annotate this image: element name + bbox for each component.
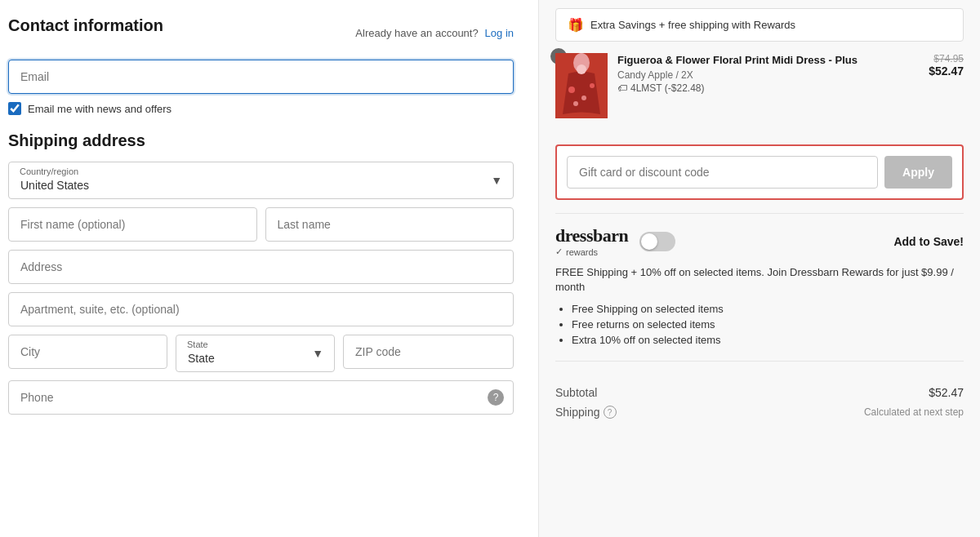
svg-point-5 [590, 83, 595, 88]
name-row [8, 207, 514, 250]
rewards-list-item: Extra 10% off on selected items [572, 334, 964, 346]
shipping-value: Calculated at next step [864, 406, 964, 418]
rewards-section: dressbarn ✓ rewards Add to Save! FREE Sh… [555, 213, 964, 362]
product-image [555, 53, 608, 118]
city-group [8, 335, 167, 372]
state-group: State State ▼ [176, 335, 335, 372]
shipping-help-icon[interactable]: ? [604, 406, 617, 419]
first-name-group [8, 207, 257, 242]
email-opt-in-row: Email me with news and offers [8, 102, 514, 115]
first-name-input[interactable] [8, 207, 257, 242]
product-sale-price: $52.47 [929, 64, 964, 78]
discount-row: Apply [567, 156, 952, 189]
shipping-label: Shipping ? [555, 406, 617, 419]
tag-icon: 🏷 [617, 82, 627, 94]
svg-point-6 [573, 101, 578, 106]
contact-header: Contact information [8, 16, 163, 35]
product-variant: Candy Apple / 2X [617, 69, 919, 81]
product-image-wrapper: 1 [555, 53, 608, 118]
rewards-list: Free Shipping on selected items Free ret… [555, 303, 964, 346]
product-details: Figueroa & Flower Floral Print Midi Dres… [617, 53, 919, 94]
last-name-group [265, 207, 514, 242]
product-row: 1 Figueroa [555, 53, 964, 131]
country-select[interactable]: United States [8, 162, 514, 199]
phone-input[interactable] [8, 380, 514, 415]
zip-group [343, 335, 514, 372]
product-discount-row: 🏷 4LMST (-$22.48) [617, 82, 919, 94]
email-input[interactable] [8, 60, 514, 94]
dressbarn-sub-text: rewards [566, 247, 598, 257]
discount-code-input[interactable] [567, 156, 878, 189]
rewards-list-item: Free returns on selected items [572, 318, 964, 331]
address-input[interactable] [8, 250, 514, 284]
country-select-wrapper: Country/region United States ▼ [8, 162, 514, 199]
apartment-input[interactable] [8, 292, 514, 326]
checkmark-icon: ✓ [555, 246, 563, 257]
shipping-header: Shipping address [8, 131, 514, 150]
toggle-knob [641, 233, 657, 250]
apply-button[interactable]: Apply [884, 156, 952, 189]
email-optin-checkbox[interactable] [8, 102, 21, 115]
subtotal-row: Subtotal $52.47 [555, 386, 964, 399]
right-panel: 🎁 Extra Savings + free shipping with Rew… [539, 0, 980, 537]
phone-help-icon[interactable]: ? [488, 389, 504, 406]
rewards-list-item: Free Shipping on selected items [572, 303, 964, 315]
product-name: Figueroa & Flower Floral Print Midi Dres… [617, 53, 919, 68]
already-account-text: Already have an account? Log in [355, 26, 514, 39]
shipping-address-section: Shipping address Country/region United S… [8, 131, 514, 415]
totals-section: Subtotal $52.47 Shipping ? Calculated at… [555, 375, 964, 419]
rewards-banner: 🎁 Extra Savings + free shipping with Rew… [555, 8, 964, 42]
svg-point-2 [577, 64, 586, 74]
product-original-price: $74.95 [929, 53, 964, 64]
city-input[interactable] [8, 335, 167, 369]
svg-point-4 [581, 95, 586, 100]
subtotal-value: $52.47 [929, 386, 964, 399]
last-name-input[interactable] [265, 207, 514, 242]
address-group [8, 250, 514, 284]
product-discount-code: 4LMST (-$22.48) [630, 82, 705, 94]
phone-group: ? [8, 380, 514, 415]
email-field-group [8, 60, 514, 94]
subtotal-label: Subtotal [555, 386, 597, 399]
country-field-group: Country/region United States ▼ [8, 162, 514, 199]
state-select-wrapper: State State ▼ [176, 335, 335, 372]
svg-point-3 [568, 87, 575, 93]
dressbarn-name: dressbarn [555, 225, 628, 246]
city-state-zip-row: State State ▼ [8, 335, 514, 380]
rewards-description: FREE Shipping + 10% off on selected item… [555, 265, 964, 295]
state-select[interactable]: State [176, 335, 335, 372]
apartment-group [8, 292, 514, 326]
rewards-banner-text: Extra Savings + free shipping with Rewar… [590, 19, 795, 31]
login-link[interactable]: Log in [485, 27, 514, 39]
rewards-toggle[interactable] [639, 232, 675, 251]
rewards-header-row: dressbarn ✓ rewards Add to Save! [555, 225, 964, 257]
zip-input[interactable] [343, 335, 514, 369]
dressbarn-logo: dressbarn ✓ rewards [555, 225, 628, 257]
product-image-svg [555, 53, 608, 118]
dressbarn-rewards-subtitle: ✓ rewards [555, 246, 598, 257]
left-panel: Contact information Already have an acco… [0, 0, 539, 537]
discount-section: Apply [555, 144, 964, 200]
add-to-save-label: Add to Save! [893, 235, 964, 248]
gift-icon: 🎁 [568, 17, 584, 33]
email-optin-label: Email me with news and offers [28, 103, 172, 115]
shipping-row: Shipping ? Calculated at next step [555, 406, 964, 419]
product-pricing: $74.95 $52.47 [929, 53, 964, 78]
